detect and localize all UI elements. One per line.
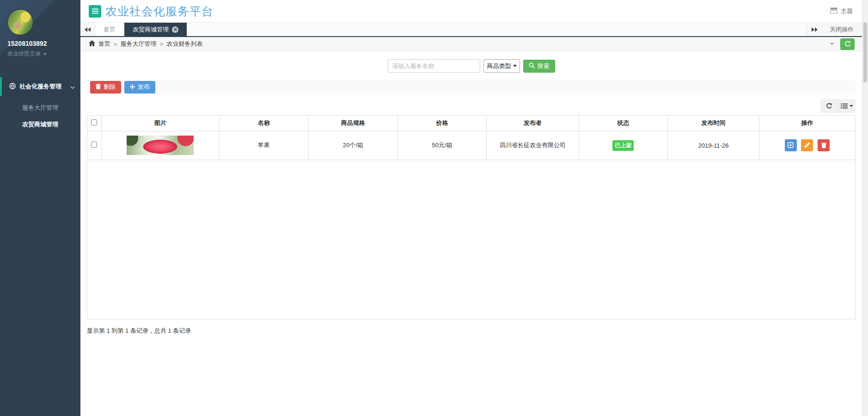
- theme-button[interactable]: 主题: [830, 7, 853, 15]
- hamburger-icon: [92, 8, 98, 14]
- sidebar-item-agri-mall-management[interactable]: 农贸商城管理: [0, 116, 80, 133]
- sidebar: 15208103892 农业经营主体 社会化服务管理 服务大厅管理 农贸商城管理: [0, 0, 80, 416]
- table-toolbar: [87, 99, 856, 113]
- cell-operations: [759, 131, 855, 160]
- theme-label: 主题: [841, 7, 853, 15]
- table-refresh-button[interactable]: [820, 99, 838, 113]
- data-table-container: 图片 名称 商品规格 价格 发布者 状态 发布时间 操作 苹果: [87, 115, 856, 319]
- table-columns-button[interactable]: [838, 99, 856, 113]
- publish-button-label: 发布: [138, 83, 150, 91]
- chevron-down-icon: [70, 83, 75, 90]
- breadcrumb-current: 农业财务列表: [166, 40, 202, 48]
- table-row[interactable]: 苹果 20个/箱 50元/箱 四川省长征农业有限公司 已上架 2019-11-2…: [87, 131, 855, 160]
- refresh-icon: [844, 41, 851, 47]
- user-profile: 15208103892 农业经营主体: [0, 0, 80, 63]
- off-shelf-button[interactable]: [785, 139, 797, 151]
- sidebar-nav: 社会化服务管理 服务大厅管理 农贸商城管理: [0, 77, 80, 133]
- product-image[interactable]: [127, 136, 194, 155]
- status-badge: 已上架: [612, 140, 634, 151]
- table-header-row: 图片 名称 商品规格 价格 发布者 状态 发布时间 操作: [87, 116, 855, 131]
- avatar[interactable]: [7, 9, 33, 35]
- refresh-icon: [826, 103, 832, 109]
- col-header-spec: 商品规格: [308, 116, 397, 131]
- double-chevron-left-icon: [85, 27, 91, 32]
- cell-publish-date: 2019-11-26: [668, 131, 759, 160]
- data-table: 图片 名称 商品规格 价格 发布者 状态 发布时间 操作 苹果: [87, 116, 855, 160]
- col-header-publish-date: 发布时间: [668, 116, 759, 131]
- edit-button[interactable]: [801, 139, 813, 151]
- cell-publisher: 四川省长征农业有限公司: [487, 131, 579, 160]
- publish-button[interactable]: 发布: [124, 81, 155, 93]
- sidebar-item-social-service-management[interactable]: 社会化服务管理: [0, 77, 80, 96]
- delete-button-label: 删除: [104, 83, 116, 91]
- trash-icon: [96, 84, 101, 91]
- search-icon: [529, 62, 535, 70]
- tab-bar: 首页 农贸商城管理 关闭操作: [80, 22, 862, 37]
- select-all-checkbox[interactable]: [91, 119, 97, 125]
- breadcrumb-service-hall[interactable]: 服务大厅管理: [121, 40, 157, 48]
- user-role-label: 农业经营主体: [7, 50, 41, 58]
- panel-caret-icon[interactable]: [830, 43, 834, 45]
- close-operations-label: 关闭操作: [830, 25, 854, 34]
- user-phone: 15208103892: [7, 40, 76, 47]
- globe-icon: [9, 83, 16, 91]
- tabs-scroll-right-button[interactable]: [807, 23, 821, 36]
- pagination-summary: 显示第 1 到第 1 条记录，总共 1 条记录: [87, 327, 856, 335]
- delete-row-button[interactable]: [818, 139, 830, 151]
- scrollbar-thumb[interactable]: [863, 22, 867, 82]
- double-chevron-right-icon: [811, 27, 818, 32]
- sidebar-item-label: 社会化服务管理: [19, 82, 61, 91]
- caret-down-icon: [850, 105, 853, 107]
- columns-list-icon: [841, 103, 848, 109]
- content-panel: 商品类型 搜索 删除 发布: [80, 51, 862, 416]
- tab-active-label: 农贸商城管理: [133, 25, 169, 34]
- home-icon: [89, 40, 95, 48]
- delete-button[interactable]: 删除: [90, 81, 121, 93]
- plus-icon: [130, 84, 135, 91]
- tabs-scroll-left-button[interactable]: [80, 23, 95, 36]
- tab-close-icon[interactable]: [172, 26, 178, 33]
- hamburger-menu-button[interactable]: [89, 5, 101, 18]
- close-operations-dropdown[interactable]: 关闭操作: [821, 23, 862, 36]
- caret-down-icon: [43, 53, 47, 55]
- col-header-operations: 操作: [759, 116, 855, 131]
- breadcrumb-separator: >: [160, 41, 164, 48]
- page-refresh-button[interactable]: [840, 38, 855, 50]
- breadcrumb-home[interactable]: 首页: [98, 40, 110, 48]
- search-input[interactable]: [388, 59, 480, 73]
- col-header-name: 名称: [220, 116, 309, 131]
- trash-icon: [821, 143, 826, 148]
- cell-name: 苹果: [220, 131, 309, 160]
- breadcrumb-separator: >: [114, 41, 117, 48]
- sidebar-item-service-hall-management[interactable]: 服务大厅管理: [0, 99, 80, 116]
- tab-home[interactable]: 首页: [95, 23, 124, 36]
- category-select-value: 商品类型: [487, 62, 511, 70]
- tab-home-label: 首页: [104, 25, 116, 34]
- main-area: 农业社会化服务平台 主题 首页 农贸商城管理 关闭操作: [80, 0, 862, 416]
- off-shelf-icon: [788, 142, 794, 148]
- col-header-publisher: 发布者: [487, 116, 579, 131]
- breadcrumb: 首页 > 服务大厅管理 > 农业财务列表: [80, 37, 862, 51]
- action-toolbar: 删除 发布: [87, 79, 856, 95]
- tab-agri-mall-management[interactable]: 农贸商城管理: [124, 23, 187, 36]
- pencil-icon: [804, 143, 810, 148]
- cell-price: 50元/箱: [397, 131, 487, 160]
- theme-icon: [830, 7, 837, 15]
- category-select[interactable]: 商品类型: [483, 59, 520, 73]
- page-title: 农业社会化服务平台: [105, 4, 214, 19]
- select-caret-icon: [513, 65, 517, 67]
- search-bar: 商品类型 搜索: [87, 51, 856, 73]
- user-role-dropdown[interactable]: 农业经营主体: [7, 50, 76, 58]
- scrollbar[interactable]: [862, 0, 868, 416]
- col-header-status: 状态: [579, 116, 668, 131]
- row-checkbox[interactable]: [91, 142, 97, 148]
- search-button[interactable]: 搜索: [523, 60, 555, 73]
- top-header: 农业社会化服务平台 主题: [80, 0, 862, 22]
- col-header-price: 价格: [397, 116, 487, 131]
- col-header-image: 图片: [101, 116, 220, 131]
- cell-spec: 20个/箱: [308, 131, 397, 160]
- search-button-label: 搜索: [538, 62, 550, 70]
- sidebar-submenu: 服务大厅管理 农贸商城管理: [0, 96, 80, 133]
